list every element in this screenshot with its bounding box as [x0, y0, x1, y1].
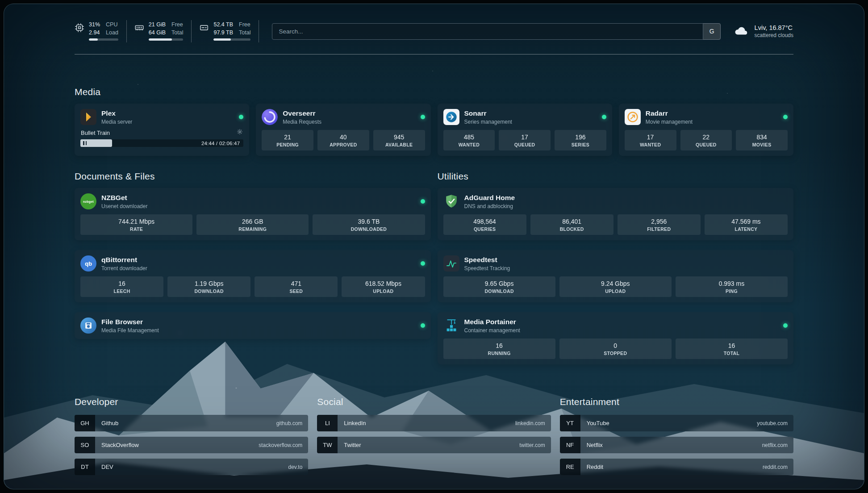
service-card-overseerr[interactable]: Overseerr Media Requests 21PENDING 40APP…	[256, 104, 430, 156]
stat-value: 16	[82, 280, 162, 287]
bookmark-abbr: LI	[317, 415, 338, 431]
bookmark-name: LinkedIn	[338, 415, 366, 431]
pause-icon[interactable]	[83, 141, 87, 145]
status-dot	[783, 323, 788, 328]
stat-approved: 40APPROVED	[317, 130, 369, 150]
stat-remaining: 266 GBREMAINING	[196, 214, 309, 235]
bookmark-name: YouTube	[580, 415, 609, 431]
stat-value: 47.569 ms	[706, 218, 786, 225]
stat-label: LATENCY	[706, 226, 786, 232]
stat-rate: 744.21 MbpsRATE	[80, 214, 192, 235]
bookmark-url: twitter.com	[519, 437, 551, 453]
cpu-progress-fill	[89, 38, 98, 41]
service-card-plex[interactable]: Plex Media server Bullet Train	[75, 104, 249, 156]
bookmark-name: StackOverflow	[95, 437, 139, 453]
service-name: File Browser	[101, 318, 159, 326]
stat-value: 618.52 Mbps	[343, 280, 423, 287]
stat-value: 16	[677, 342, 786, 349]
bookmark-url: dev.to	[288, 459, 309, 475]
stat-ping: 0.993 msPING	[676, 276, 788, 297]
bookmark-stackoverflow[interactable]: SO StackOverflow stackoverflow.com	[75, 437, 308, 453]
status-dot	[421, 199, 425, 204]
stat-label: QUEUED	[682, 142, 730, 147]
service-name: Plex	[101, 109, 132, 118]
stat-value: 498,564	[445, 218, 525, 225]
portainer-icon	[443, 318, 459, 334]
bookmark-group-developer: Developer GH Github github.com SO StackO…	[75, 397, 308, 475]
bookmark-url: reddit.com	[763, 459, 793, 475]
service-name: Radarr	[646, 109, 693, 118]
stat-label: RUNNING	[445, 351, 554, 356]
bookmark-group-entertainment: Entertainment YT YouTube youtube.com NF …	[560, 397, 793, 475]
stat-label: STOPPED	[561, 351, 670, 356]
playback-time: 24:44 / 02:06:47	[201, 141, 240, 146]
bookmark-reddit[interactable]: RE Reddit reddit.com	[560, 459, 793, 475]
service-card-qbittorrent[interactable]: qb qBittorrent Torrent downloader 16LEEC…	[75, 250, 431, 302]
bookmark-youtube[interactable]: YT YouTube youtube.com	[560, 415, 793, 431]
stat-label: DOWNLOADED	[314, 226, 423, 232]
stat-value: 17	[501, 134, 549, 141]
stat-value: 485	[445, 134, 493, 141]
status-dot	[783, 115, 788, 119]
bookmark-url: youtube.com	[757, 415, 793, 431]
bookmark-name: Netflix	[580, 437, 603, 453]
cpu-usage-label: CPU	[106, 21, 118, 29]
service-subtitle: Usenet downloader	[101, 204, 147, 209]
playback-progress-bar[interactable]: 24:44 / 02:06:47	[80, 139, 243, 147]
stat-label: QUEUED	[501, 142, 549, 147]
stat-label: BLOCKED	[532, 226, 612, 232]
resource-widgets: 31% CPU 2.94 Load 21 GiB	[75, 20, 267, 42]
stat-value: 40	[319, 134, 367, 141]
stat-label: UPLOAD	[343, 288, 423, 294]
service-card-portainer[interactable]: Media Portainer Container management 16R…	[438, 312, 794, 364]
service-name: NZBGet	[101, 194, 147, 202]
stat-downloaded: 39.6 TBDOWNLOADED	[313, 214, 425, 235]
search-provider-button[interactable]: G	[703, 23, 721, 40]
bookmark-dev[interactable]: DT DEV dev.to	[75, 459, 308, 475]
bookmark-twitter[interactable]: TW Twitter twitter.com	[317, 437, 551, 453]
bookmark-abbr: SO	[75, 437, 95, 453]
stat-value: 17	[626, 134, 675, 141]
gear-icon[interactable]	[237, 129, 243, 137]
stat-seed: 471SEED	[255, 276, 338, 297]
stat-label: AVAILABLE	[375, 142, 423, 147]
memory-progress-track	[149, 38, 184, 41]
qbittorrent-icon: qb	[80, 255, 96, 272]
search-input[interactable]	[272, 23, 720, 40]
stat-download: 9.65 GbpsDOWNLOAD	[443, 276, 555, 297]
cpu-load-label: Load	[106, 29, 118, 37]
stat-latency: 47.569 msLATENCY	[705, 214, 788, 235]
now-playing-title: Bullet Train	[81, 130, 110, 136]
service-subtitle: Media File Management	[101, 328, 159, 333]
bookmark-abbr: YT	[560, 415, 580, 431]
bookmark-netflix[interactable]: NF Netflix netflix.com	[560, 437, 793, 453]
memory-free-label: Free	[171, 21, 183, 29]
cpu-load-value: 2.94	[89, 29, 100, 37]
bookmark-url: netflix.com	[762, 437, 793, 453]
service-card-filebrowser[interactable]: File Browser Media File Management	[75, 312, 431, 339]
service-subtitle: Container management	[464, 328, 520, 333]
memory-progress-fill	[149, 38, 172, 41]
radarr-icon	[625, 109, 641, 125]
service-card-sonarr[interactable]: Sonarr Series management 485WANTED 17QUE…	[438, 104, 612, 156]
service-card-speedtest[interactable]: Speedtest Speedtest Tracking 9.65 GbpsDO…	[438, 250, 794, 302]
stat-label: DOWNLOAD	[445, 288, 554, 294]
bookmark-linkedin[interactable]: LI LinkedIn linkedin.com	[317, 415, 551, 431]
stat-label: TOTAL	[677, 351, 786, 356]
service-card-adguard[interactable]: AdGuard Home DNS and adblocking 498,564Q…	[438, 188, 794, 240]
disk-total-value: 97.9 TB	[213, 29, 233, 37]
service-card-nzbget[interactable]: nzbget NZBGet Usenet downloader 744.21 M…	[75, 188, 431, 240]
bookmark-name: Reddit	[580, 459, 604, 475]
stat-value: 945	[375, 134, 423, 141]
stat-label: SEED	[256, 288, 336, 294]
stat-blocked: 86,401BLOCKED	[530, 214, 613, 235]
service-card-radarr[interactable]: Radarr Movie management 17WANTED 22QUEUE…	[619, 104, 793, 156]
stat-value: 0	[561, 342, 670, 349]
service-subtitle: Series management	[464, 119, 512, 125]
disk-icon	[199, 21, 209, 41]
stat-wanted: 17WANTED	[625, 130, 676, 150]
stat-value: 471	[256, 280, 336, 287]
bookmark-github[interactable]: GH Github github.com	[75, 415, 308, 431]
stat-label: PENDING	[263, 142, 312, 147]
weather-widget[interactable]: Lviv, 16.87°C scattered clouds	[733, 24, 793, 38]
